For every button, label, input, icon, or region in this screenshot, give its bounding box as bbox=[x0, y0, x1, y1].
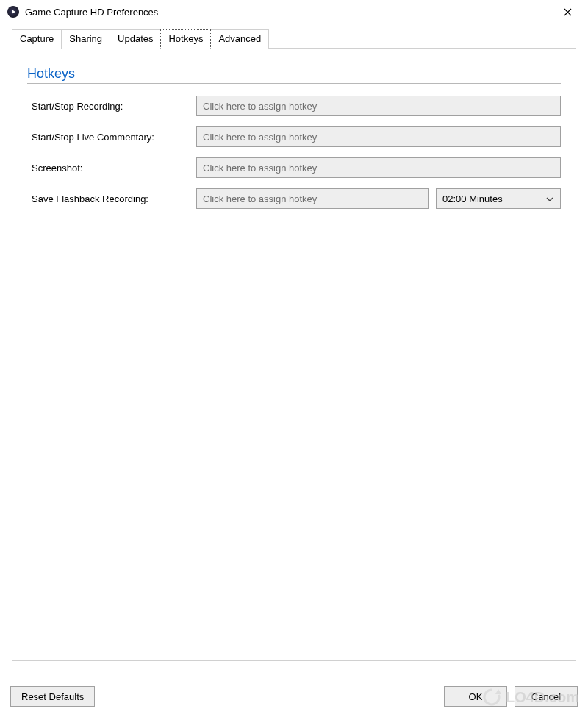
input-flashback-hotkey[interactable]: Click here to assign hotkey bbox=[196, 188, 429, 209]
close-icon bbox=[564, 8, 572, 16]
label-screenshot: Screenshot: bbox=[27, 163, 196, 174]
footer: Reset Defaults OK Cancel bbox=[10, 686, 578, 707]
app-icon bbox=[7, 6, 19, 18]
input-recording-hotkey[interactable]: Click here to assign hotkey bbox=[196, 96, 561, 116]
reset-defaults-button[interactable]: Reset Defaults bbox=[10, 686, 95, 707]
label-flashback: Save Flashback Recording: bbox=[27, 193, 196, 204]
row-flashback: Save Flashback Recording: Click here to … bbox=[27, 188, 561, 209]
titlebar: Game Capture HD Preferences bbox=[0, 0, 588, 24]
tabstrip: Capture Sharing Updates Hotkeys Advanced bbox=[12, 29, 576, 49]
cancel-button[interactable]: Cancel bbox=[514, 686, 578, 707]
tab-hotkeys[interactable]: Hotkeys bbox=[160, 29, 211, 49]
tab-capture[interactable]: Capture bbox=[12, 29, 62, 49]
label-recording: Start/Stop Recording: bbox=[27, 101, 196, 112]
tab-sharing[interactable]: Sharing bbox=[61, 29, 110, 49]
row-screenshot: Screenshot: Click here to assign hotkey bbox=[27, 157, 561, 178]
input-commentary-hotkey[interactable]: Click here to assign hotkey bbox=[196, 126, 561, 147]
tab-advanced[interactable]: Advanced bbox=[210, 29, 269, 49]
row-commentary: Start/Stop Live Commentary: Click here t… bbox=[27, 126, 561, 147]
label-commentary: Start/Stop Live Commentary: bbox=[27, 132, 196, 143]
select-flashback-value: 02:00 Minutes bbox=[442, 193, 503, 204]
tab-updates[interactable]: Updates bbox=[110, 29, 161, 49]
tab-panel: Hotkeys Start/Stop Recording: Click here… bbox=[12, 48, 576, 661]
close-button[interactable] bbox=[553, 1, 582, 22]
window-title: Game Capture HD Preferences bbox=[25, 7, 553, 18]
chevron-down-icon bbox=[545, 195, 554, 206]
row-recording: Start/Stop Recording: Click here to assi… bbox=[27, 96, 561, 116]
section-title: Hotkeys bbox=[27, 66, 561, 84]
select-flashback-duration[interactable]: 02:00 Minutes bbox=[436, 188, 561, 209]
input-screenshot-hotkey[interactable]: Click here to assign hotkey bbox=[196, 157, 561, 178]
dialog-body: Capture Sharing Updates Hotkeys Advanced… bbox=[0, 24, 588, 671]
ok-button[interactable]: OK bbox=[444, 686, 507, 707]
